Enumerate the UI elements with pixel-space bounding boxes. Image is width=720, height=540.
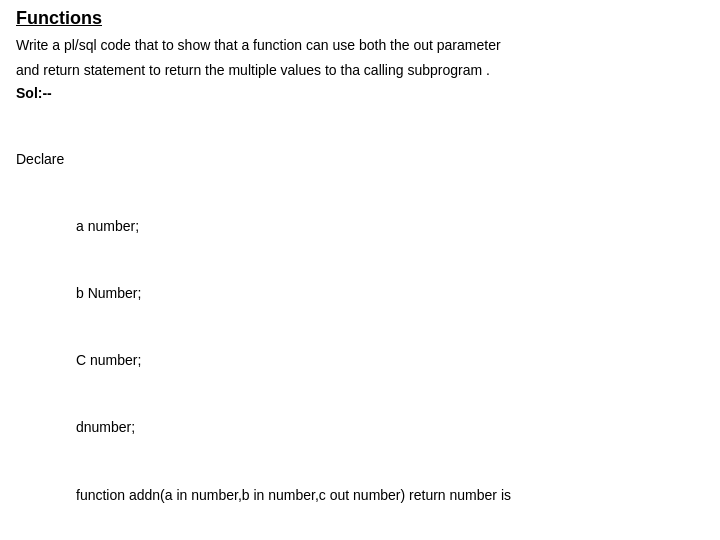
d-number-line: dnumber;	[16, 416, 704, 438]
page-title: Functions	[16, 8, 704, 29]
a-number-line: a number;	[16, 215, 704, 237]
c-number-line: C number;	[16, 349, 704, 371]
function-sig-line: function addn(a in number,b in number,c …	[16, 484, 704, 506]
b-number-line: b Number;	[16, 282, 704, 304]
sol-label: Sol:--	[16, 85, 704, 101]
declare-line: Declare	[16, 148, 704, 170]
desc-line2: and return statement to return the multi…	[16, 60, 704, 81]
code-block: Declare a number; b Number; C number; dn…	[16, 103, 704, 540]
description: Write a pl/sql code that to show that a …	[16, 35, 704, 81]
desc-line1: Write a pl/sql code that to show that a …	[16, 35, 704, 56]
